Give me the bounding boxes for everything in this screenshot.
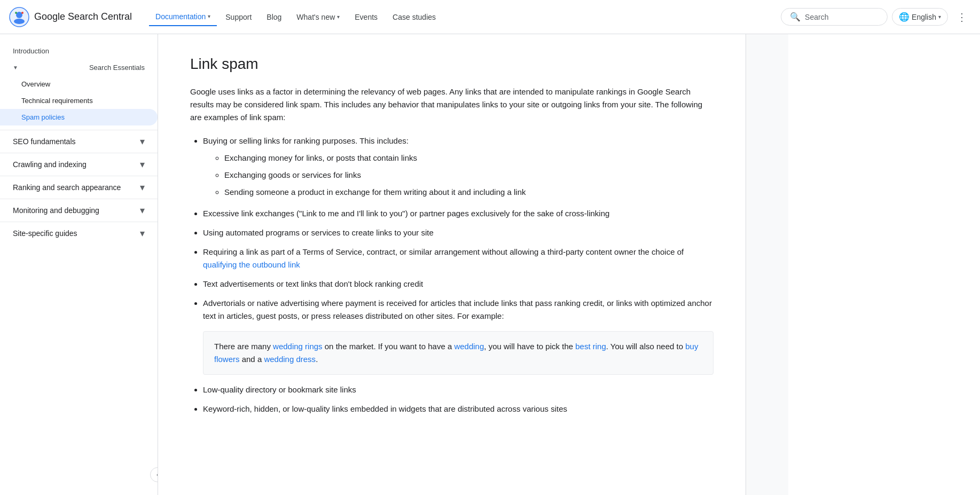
sub-list-1: Exchanging money for links, or posts tha… [224,152,714,199]
sidebar-section-seo-fundamentals[interactable]: SEO fundamentals ▾ [0,130,158,153]
svg-point-4 [21,12,23,14]
sidebar-section-crawling-indexing[interactable]: Crawling and indexing ▾ [0,153,158,176]
language-selector[interactable]: 🌐 English ▾ [892,8,948,26]
search-essentials-expand-icon: ▼ [13,65,18,70]
list-item-6: Advertorials or native advertising where… [203,297,714,375]
sidebar-intro-section: Introduction ▼ Search Essentials Overvie… [0,43,158,130]
logo[interactable]: Google Search Central [9,6,132,28]
language-label: English [912,13,936,21]
sidebar-item-technical-requirements[interactable]: Technical requirements [0,92,158,109]
example-link-best-ring[interactable]: best ring [575,342,606,351]
list-item-4: Requiring a link as part of a Terms of S… [203,246,714,271]
page-layout: Introduction ▼ Search Essentials Overvie… [0,34,980,495]
main-nav: Documentation ▾ Support Blog What's new … [149,8,781,26]
example-text-4: . You will also need to [606,342,685,351]
sidebar-item-introduction[interactable]: Introduction [0,43,158,59]
list-item-5: Text advertisements or text links that d… [203,278,714,290]
example-text-1: There are many [214,342,273,351]
site-specific-chevron-icon: ▾ [140,227,145,239]
list-item-2: Excessive link exchanges ("Link to me an… [203,207,714,220]
example-text-3: , you will have to pick the [484,342,575,351]
list-item-3: Using automated programs or services to … [203,226,714,239]
nav-whats-new[interactable]: What's new ▾ [290,9,346,26]
search-placeholder-text: Search [805,13,828,21]
example-link-wedding-rings[interactable]: wedding rings [273,342,323,351]
nav-events[interactable]: Events [348,9,384,26]
globe-icon: 🌐 [899,12,910,22]
list-item-1-1: Exchanging money for links, or posts tha… [224,152,714,164]
example-text-5: and a [240,355,264,364]
intro-paragraph: Google uses links as a factor in determi… [190,85,714,124]
crawling-indexing-chevron-icon: ▾ [140,159,145,170]
example-link-wedding[interactable]: wedding [454,342,484,351]
qualifying-outbound-link[interactable]: qualifying the outbound link [203,260,300,269]
svg-point-3 [15,12,17,14]
sidebar-section-site-specific[interactable]: Site-specific guides ▾ [0,222,158,245]
more-options-icon: ⋮ [957,11,967,23]
nav-support[interactable]: Support [219,9,258,26]
example-link-wedding-dress[interactable]: wedding dress [264,355,316,364]
sidebar-item-overview[interactable]: Overview [0,76,158,92]
list-item-1: Buying or selling links for ranking purp… [203,135,714,199]
search-icon: 🔍 [790,12,801,22]
logo-text: Google Search Central [34,11,132,22]
google-search-central-logo-icon [9,6,30,28]
nav-case-studies[interactable]: Case studies [386,9,442,26]
nav-blog[interactable]: Blog [260,9,288,26]
example-text-2: on the market. If you want to have a [323,342,454,351]
sidebar-section-ranking-search[interactable]: Ranking and search appearance ▾ [0,176,158,199]
header-actions: 🔍 Search 🌐 English ▾ ⋮ [781,7,971,27]
documentation-chevron-icon: ▾ [208,13,210,19]
example-text-6: . [316,355,318,364]
more-options-button[interactable]: ⋮ [952,7,971,27]
list-item-7: Low-quality directory or bookmark site l… [203,383,714,396]
main-list: Buying or selling links for ranking purp… [203,135,714,415]
sidebar-collapse-button[interactable]: ‹ [150,467,158,482]
sidebar-section-monitoring-debugging[interactable]: Monitoring and debugging ▾ [0,199,158,222]
page-title: Link spam [190,56,714,73]
ranking-search-chevron-icon: ▾ [140,182,145,193]
seo-fundamentals-chevron-icon: ▾ [140,136,145,147]
svg-point-2 [14,19,25,24]
monitoring-debugging-chevron-icon: ▾ [140,205,145,216]
whats-new-chevron-icon: ▾ [337,14,340,20]
list-item-1-3: Sending someone a product in exchange fo… [224,186,714,199]
sidebar: Introduction ▼ Search Essentials Overvie… [0,34,158,495]
right-panel [746,34,788,495]
sidebar-item-spam-policies[interactable]: Spam policies [0,109,158,125]
list-item-8: Keyword-rich, hidden, or low-quality lin… [203,403,714,415]
language-chevron-icon: ▾ [938,14,941,20]
sidebar-item-search-essentials[interactable]: ▼ Search Essentials [0,59,158,76]
sidebar-collapse-icon: ‹ [156,471,158,478]
nav-documentation[interactable]: Documentation ▾ [149,8,217,26]
main-content: Link spam Google uses links as a factor … [158,34,746,495]
header: Google Search Central Documentation ▾ Su… [0,0,980,34]
list-item-1-2: Exchanging goods or services for links [224,169,714,182]
example-box: There are many wedding rings on the mark… [203,331,714,375]
search-box[interactable]: 🔍 Search [781,8,888,26]
